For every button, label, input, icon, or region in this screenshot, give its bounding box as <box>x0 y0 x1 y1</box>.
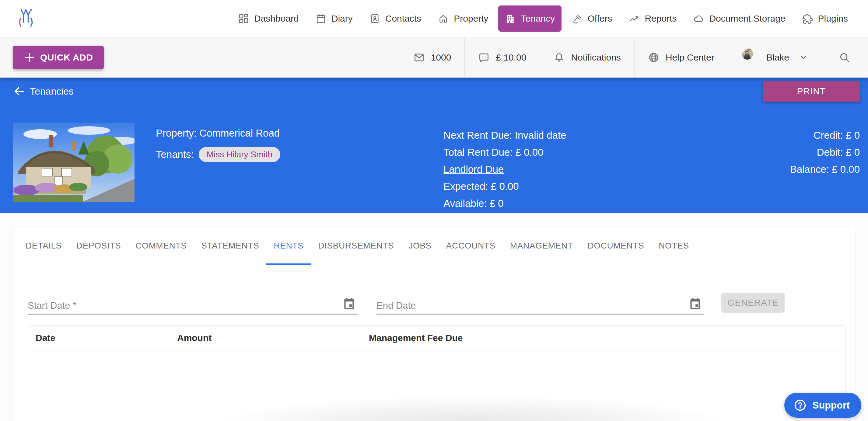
globe-icon <box>648 52 659 63</box>
chat-amount: £ 10.00 <box>496 52 526 63</box>
nav-label: Dashboard <box>254 13 299 24</box>
rent-generate-form: GENERATE <box>28 292 845 315</box>
nav-label: Property <box>454 13 488 24</box>
tab-deposits[interactable]: DEPOSITS <box>69 227 128 265</box>
search-button[interactable] <box>821 37 868 77</box>
cloud-icon <box>693 13 704 24</box>
tab-documents[interactable]: DOCUMENTS <box>580 227 651 265</box>
mail-count: 1000 <box>431 52 451 63</box>
rents-table: Date Amount Management Fee Due <box>28 325 845 421</box>
back-arrow-icon <box>13 85 26 98</box>
nav-item-property[interactable]: Property <box>431 5 495 32</box>
search-icon <box>839 52 850 63</box>
next-rent-due: Next Rent Due: Invalid date <box>443 127 566 144</box>
column-header-amount: Amount <box>177 333 369 343</box>
avatar <box>741 48 760 67</box>
tab-bar: DETAILS DEPOSITS COMMENTS STATEMENTS REN… <box>13 227 855 265</box>
nav-item-contacts[interactable]: Contacts <box>363 5 428 32</box>
rents-table-header: Date Amount Management Fee Due <box>28 326 845 350</box>
tenancy-banner: Tenancies PRINT <box>0 77 868 213</box>
chat-bubble-icon <box>478 52 490 63</box>
notifications-label: Notifications <box>571 52 621 63</box>
nav-label: Tenancy <box>521 13 555 24</box>
financials: Credit: £ 0 Debit: £ 0 Balance: £ 0.00 <box>790 127 860 178</box>
building-icon <box>505 13 516 24</box>
nav-item-tenancy[interactable]: Tenancy <box>498 5 562 32</box>
dashboard-grid-icon <box>238 13 249 24</box>
end-date-field <box>376 292 704 315</box>
toolbar: QUICK ADD 1000 £ 10.00 Notifications <box>0 37 868 77</box>
tab-notes[interactable]: NOTES <box>651 227 696 265</box>
calendar-picker-icon <box>688 297 702 311</box>
nav-item-reports[interactable]: Reports <box>622 5 683 32</box>
tenants-label: Tenants: <box>156 149 194 160</box>
calendar-icon <box>315 13 327 24</box>
support-label: Support <box>812 400 850 411</box>
tab-accounts[interactable]: ACCOUNTS <box>439 227 503 265</box>
support-button[interactable]: Support <box>784 393 861 418</box>
brand-logo[interactable] <box>17 7 35 30</box>
landlord-due-link[interactable]: Landlord Due <box>443 161 566 178</box>
print-button[interactable]: PRINT <box>763 81 860 102</box>
property-photo <box>13 123 134 202</box>
nav-item-dashboard[interactable]: Dashboard <box>231 5 306 32</box>
tab-comments[interactable]: COMMENTS <box>128 227 194 265</box>
quick-add-button[interactable]: QUICK ADD <box>13 45 104 69</box>
nav-label: Reports <box>645 13 677 24</box>
tenant-chip[interactable]: Miss Hilary Smith <box>199 147 280 162</box>
start-date-field <box>28 292 358 315</box>
balance-amount: Balance: £ 0.00 <box>790 161 860 178</box>
tab-disbursements[interactable]: DISBURSEMENTS <box>311 227 401 265</box>
home-icon <box>438 13 449 24</box>
column-header-management-fee-due: Management Fee Due <box>369 333 845 343</box>
nav-item-offers[interactable]: Offers <box>564 5 619 32</box>
toolbar-right-cluster: 1000 £ 10.00 Notifications Help Center <box>400 37 868 77</box>
rents-table-body-empty <box>28 350 845 421</box>
generate-button[interactable]: GENERATE <box>721 293 785 313</box>
help-center-button[interactable]: Help Center <box>634 37 728 77</box>
expected-amount: Expected: £ 0.00 <box>443 178 566 195</box>
total-rent-due: Total Rent Due: £ 0.00 <box>443 144 566 161</box>
avatar-photo <box>741 48 753 60</box>
property-summary: Property: Commerical Road Tenants: Miss … <box>156 123 280 202</box>
tab-management[interactable]: MANAGEMENT <box>503 227 580 265</box>
tab-rents[interactable]: RENTS <box>266 227 311 265</box>
mail-counter[interactable]: 1000 <box>400 37 465 77</box>
tenancy-card: DETAILS DEPOSITS COMMENTS STATEMENTS REN… <box>13 227 855 421</box>
back-to-tenancies-link[interactable]: Tenancies <box>13 85 74 98</box>
nav-item-document-storage[interactable]: Document Storage <box>686 5 792 32</box>
end-date-calendar-button[interactable] <box>688 297 702 311</box>
back-label: Tenancies <box>30 86 74 97</box>
gavel-icon <box>571 13 583 24</box>
nav-label: Offers <box>587 13 612 24</box>
nav-label: Document Storage <box>709 13 785 24</box>
column-header-date: Date <box>28 333 177 343</box>
top-nav: Dashboard Diary Contacts Property <box>0 0 868 37</box>
tab-details[interactable]: DETAILS <box>18 227 69 265</box>
puzzle-icon <box>802 13 813 24</box>
user-name: Blake <box>766 52 789 63</box>
nav-label: Plugins <box>818 13 848 24</box>
tab-statements[interactable]: STATEMENTS <box>194 227 266 265</box>
chat-balance[interactable]: £ 10.00 <box>464 37 539 77</box>
brand-logo-icon <box>17 7 35 30</box>
trending-up-icon <box>628 13 640 24</box>
rent-stats: Next Rent Due: Invalid date Total Rent D… <box>443 127 566 212</box>
debit-amount: Debit: £ 0 <box>790 144 860 161</box>
start-date-input[interactable] <box>28 300 342 311</box>
start-date-calendar-button[interactable] <box>342 297 356 311</box>
plus-icon <box>24 52 35 63</box>
available-amount: Available: £ 0 <box>443 195 566 212</box>
banner-info: Property: Commerical Road Tenants: Miss … <box>13 123 860 202</box>
user-menu[interactable]: Blake <box>728 37 821 77</box>
nav-label: Diary <box>332 13 353 24</box>
envelope-icon <box>413 52 425 63</box>
contact-card-icon <box>369 13 380 24</box>
tab-jobs[interactable]: JOBS <box>401 227 439 265</box>
quick-add-label: QUICK ADD <box>40 52 93 63</box>
end-date-input[interactable] <box>376 300 688 311</box>
chevron-down-icon <box>800 54 807 61</box>
nav-item-plugins[interactable]: Plugins <box>795 5 855 32</box>
notifications-button[interactable]: Notifications <box>539 37 634 77</box>
nav-item-diary[interactable]: Diary <box>309 5 360 32</box>
